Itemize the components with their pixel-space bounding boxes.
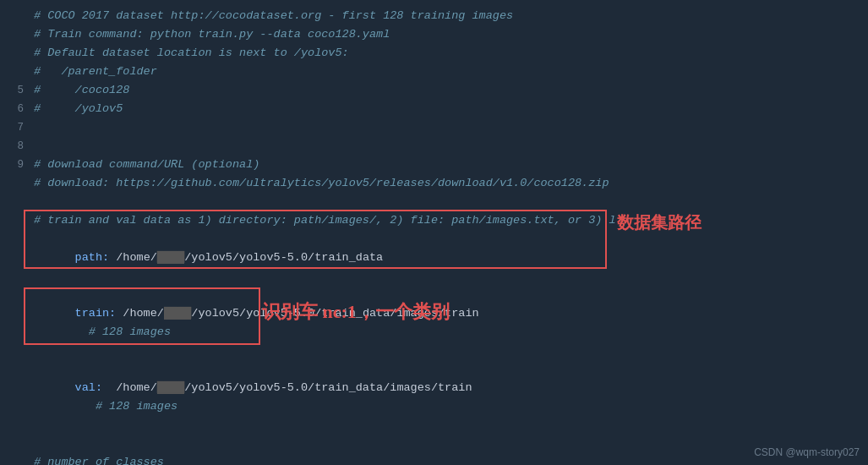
code-line: # number of classes (0, 453, 868, 465)
line-content: # download command/URL (optional) (34, 156, 861, 174)
code-line: 5 # /coco128 (0, 81, 868, 100)
code-line: 7 (0, 118, 868, 137)
code-line: # /parent_folder (0, 63, 868, 81)
line-content: # number of classes (34, 453, 861, 465)
code-line: # download: https://github.com/ultralyti… (0, 174, 868, 193)
line-content: # /yolov5 (34, 100, 861, 118)
line-number: 5 (7, 81, 24, 100)
path-line: path: /home/████/yolov5/yolov5-5.0/train… (0, 230, 868, 286)
line-content: # /coco128 (34, 81, 861, 100)
nc-annotation: 识别车 nc:1，一个类别 (262, 303, 450, 321)
line-number: 7 (7, 118, 24, 137)
code-line: 9 # download command/URL (optional) (0, 156, 868, 174)
code-area: # COCO 2017 dataset http://cocodataset.o… (0, 0, 868, 465)
line-number: 6 (7, 100, 24, 118)
code-line: 8 (0, 137, 868, 156)
code-line: # Train command: python train.py --data … (0, 25, 868, 44)
code-line: # Default dataset location is next to /y… (0, 44, 868, 63)
line-content: # Train command: python train.py --data … (34, 25, 861, 44)
line-number: 9 (7, 156, 24, 174)
line-content: train: /home/████/yolov5/yolov5-5.0/trai… (34, 286, 861, 360)
watermark: CSDN @wqm-story027 (754, 446, 860, 458)
line-content: path: /home/████/yolov5/yolov5-5.0/train… (34, 230, 861, 286)
code-line: # COCO 2017 dataset http://cocodataset.o… (0, 7, 868, 25)
line-content: # /parent_folder (34, 63, 861, 81)
code-line: 6 # /yolov5 (0, 100, 868, 118)
line-content: # train and val data as 1) directory: pa… (34, 211, 861, 230)
line-number: 8 (7, 137, 24, 156)
val-line: val: /home/████/yolov5/yolov5-5.0/train_… (0, 360, 868, 435)
code-line: # train and val data as 1) directory: pa… (0, 211, 868, 230)
line-content: # download: https://github.com/ultralyti… (34, 174, 861, 193)
line-content: # Default dataset location is next to /y… (34, 44, 861, 63)
code-line (0, 435, 868, 453)
train-line: train: /home/████/yolov5/yolov5-5.0/trai… (0, 286, 868, 360)
line-content: val: /home/████/yolov5/yolov5-5.0/train_… (34, 360, 861, 435)
line-content: # COCO 2017 dataset http://cocodataset.o… (34, 7, 861, 25)
code-line (0, 193, 868, 211)
dataset-annotation: 数据集路径 (617, 213, 701, 232)
